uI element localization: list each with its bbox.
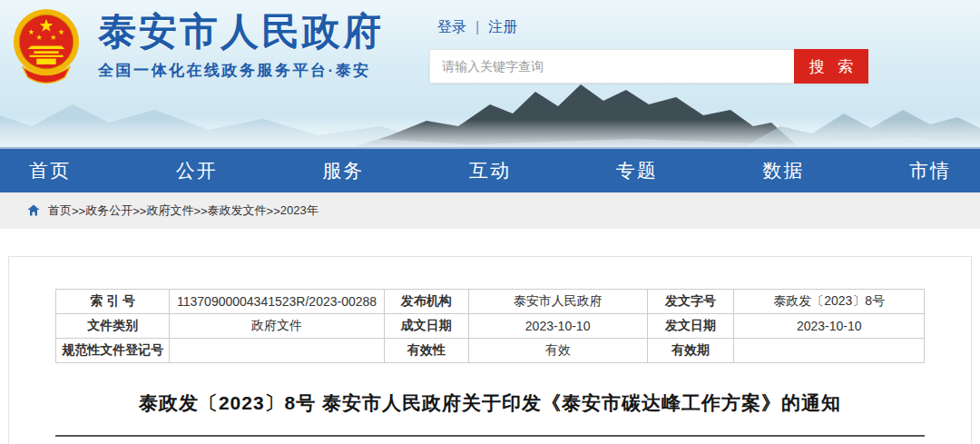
meta-label-category: 文件类别 — [56, 314, 170, 339]
search-button[interactable]: 搜 索 — [794, 49, 868, 84]
nav-item-interact[interactable]: 互动 — [469, 158, 511, 183]
meta-label-doc-number: 发文字号 — [647, 290, 734, 314]
main-nav: 首页 公开 服务 互动 专题 数据 市情 — [0, 147, 980, 192]
meta-row: 文件类别 政府文件 成文日期 2023-10-10 发文日期 2023-10-1… — [56, 314, 925, 339]
auth-links: 登录|注册 — [437, 18, 517, 37]
meta-value-validity: 有效 — [468, 339, 647, 363]
breadcrumb: 首页>>政务公开>>政府文件>>泰政发文件>>2023年 — [0, 192, 980, 229]
title-divider — [55, 435, 925, 437]
meta-row: 索 引 号 11370900004341523R/2023-00288 发布机构… — [56, 290, 925, 314]
breadcrumb-item-taizhengfa[interactable]: 泰政发文件 — [208, 202, 267, 219]
content-panel: 索 引 号 11370900004341523R/2023-00288 发布机构… — [8, 256, 972, 444]
meta-label-validity: 有效性 — [384, 339, 468, 363]
meta-label-index: 索 引 号 — [56, 290, 170, 314]
breadcrumb-separator: >> — [72, 204, 85, 218]
meta-value-valid-period — [734, 339, 925, 363]
meta-value-category: 政府文件 — [170, 314, 384, 339]
meta-label-reg-number: 规范性文件登记号 — [56, 339, 170, 363]
brand-text: 泰安市人民政府 全国一体化在线政务服务平台·泰安 — [98, 5, 384, 81]
nav-item-public[interactable]: 公开 — [176, 158, 218, 183]
meta-label-issuer: 发布机构 — [384, 290, 468, 314]
meta-value-doc-number: 泰政发〔2023〕8号 — [734, 290, 925, 314]
mountain-backdrop — [0, 79, 980, 147]
search-input[interactable] — [429, 49, 794, 84]
meta-value-written-date: 2023-10-10 — [468, 314, 647, 339]
site-title: 泰安市人民政府 — [98, 11, 384, 53]
breadcrumb-item-home[interactable]: 首页 — [48, 202, 72, 219]
site-header: 泰安市人民政府 全国一体化在线政务服务平台·泰安 登录|注册 搜 索 — [0, 0, 980, 147]
meta-value-reg-number — [170, 339, 384, 363]
nav-item-special[interactable]: 专题 — [616, 158, 658, 183]
meta-value-issuer: 泰安市人民政府 — [468, 290, 647, 314]
nav-item-data[interactable]: 数据 — [762, 158, 804, 183]
doc-title: 泰政发〔2023〕8号 泰安市人民政府关于印发《泰安市碳达峰工作方案》的通知 — [54, 390, 926, 416]
search-bar: 搜 索 — [429, 49, 868, 84]
meta-value-issue-date: 2023-10-10 — [734, 314, 925, 339]
main-content: 索 引 号 11370900004341523R/2023-00288 发布机构… — [0, 256, 980, 444]
meta-label-written-date: 成文日期 — [384, 314, 468, 339]
breadcrumb-separator: >> — [267, 204, 280, 218]
breadcrumb-separator: >> — [193, 204, 207, 218]
register-link[interactable]: 注册 — [488, 19, 517, 35]
site-subtitle: 全国一体化在线政务服务平台·泰安 — [98, 60, 384, 81]
auth-separator: | — [475, 19, 479, 35]
brand: 泰安市人民政府 全国一体化在线政务服务平台·泰安 — [11, 5, 384, 85]
doc-meta-table: 索 引 号 11370900004341523R/2023-00288 发布机构… — [55, 289, 925, 363]
breadcrumb-item-disclosure[interactable]: 政务公开 — [85, 202, 132, 219]
meta-label-valid-period: 有效期 — [647, 339, 734, 363]
breadcrumb-separator: >> — [132, 204, 146, 218]
home-icon[interactable] — [27, 204, 40, 217]
login-link[interactable]: 登录 — [437, 19, 466, 35]
nav-item-service[interactable]: 服务 — [322, 158, 364, 183]
meta-value-index: 11370900004341523R/2023-00288 — [170, 290, 384, 314]
nav-item-city[interactable]: 市情 — [909, 158, 951, 183]
national-emblem-icon — [11, 5, 82, 85]
meta-row: 规范性文件登记号 有效性 有效 有效期 — [56, 339, 925, 363]
breadcrumb-item-year[interactable]: 2023年 — [280, 202, 318, 219]
breadcrumb-item-documents[interactable]: 政府文件 — [146, 202, 193, 219]
meta-label-issue-date: 发文日期 — [647, 314, 734, 339]
nav-item-home[interactable]: 首页 — [29, 158, 71, 183]
